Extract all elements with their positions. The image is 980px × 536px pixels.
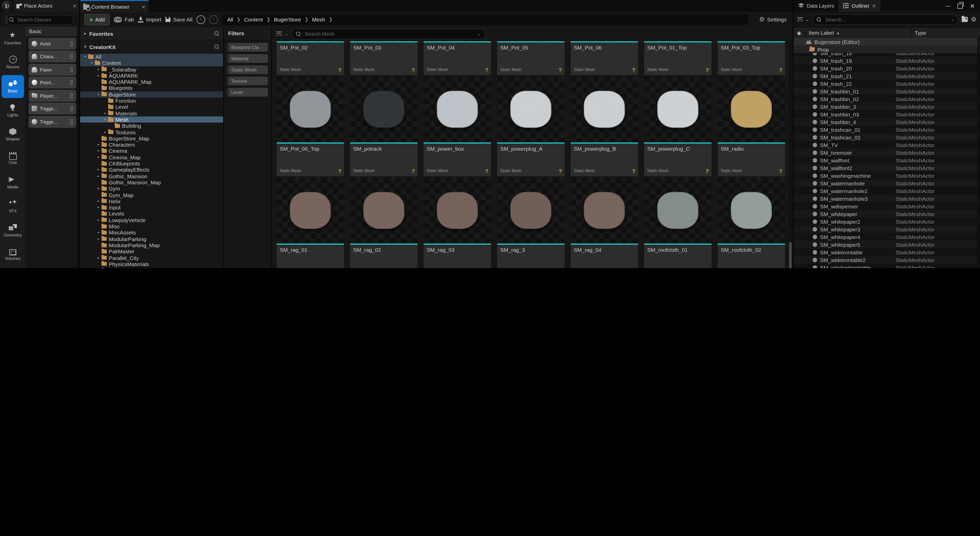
search-classes-box[interactable]	[5, 14, 73, 25]
folder-tree-item[interactable]: Materials	[80, 110, 223, 116]
close-icon[interactable]: ✕	[142, 4, 145, 10]
fab-button[interactable]: FAB Fab	[114, 16, 134, 22]
expander-arrow[interactable]	[96, 154, 101, 161]
restore-button[interactable]	[958, 3, 963, 8]
filter-pill[interactable]: Static Mesh	[227, 65, 268, 74]
asset-tile[interactable]: ★ SM_powerplug_A Static Mesh ?	[497, 76, 565, 174]
folder-tree-item[interactable]: Prison	[80, 267, 223, 268]
folder-tree-item[interactable]: Characters	[80, 142, 223, 148]
category-item[interactable]: Recent	[0, 51, 25, 75]
asset-tile[interactable]: ★ SM_Pot_06 Static Mesh ?	[571, 40, 638, 73]
data-layers-tab[interactable]: Data Layers	[794, 0, 839, 12]
close-icon[interactable]: ✕	[73, 3, 76, 8]
folder-tree-item[interactable]: Textures	[80, 129, 223, 136]
folder-tree-item[interactable]: MiscAssets	[80, 230, 223, 236]
expander-arrow[interactable]	[103, 116, 108, 123]
drag-handle-icon[interactable]	[70, 93, 73, 98]
folder-tree-item[interactable]: Misc	[80, 223, 223, 230]
expander-arrow[interactable]	[96, 204, 101, 211]
expander-arrow[interactable]	[103, 129, 108, 136]
outliner-row[interactable]: SM_trash_20 StaticMeshActor	[794, 64, 980, 72]
folder-tree-item[interactable]: GameplayEffects	[80, 167, 223, 173]
folder-tree-item[interactable]: Content	[80, 60, 223, 66]
back-button[interactable]: ‹	[197, 15, 205, 24]
close-window-button[interactable]: ✕	[970, 2, 975, 10]
placeable-actor-item[interactable]: Trigge...	[29, 116, 76, 128]
outliner-row[interactable]: SM_whitepaper3 StaticMeshActor	[794, 225, 980, 233]
type-column-header[interactable]: Type	[912, 30, 980, 36]
outliner-row[interactable]: SM_wideirontable2 StaticMeshActor	[794, 256, 980, 263]
place-actors-scrollbar[interactable]	[77, 27, 79, 268]
outliner-tab[interactable]: Outliner ✕	[839, 0, 880, 12]
category-item[interactable]: Basic	[2, 75, 24, 98]
placeable-actor-item[interactable]: Chara...	[29, 51, 76, 62]
asset-tile[interactable]: ★ SM_powerplug_C Static Mesh ?	[644, 76, 711, 174]
outliner-row[interactable]: SM_trashbin_03 StaticMeshActor	[794, 110, 980, 118]
outliner-row[interactable]: SM_whitepaper2 StaticMeshActor	[794, 218, 980, 225]
outliner-row[interactable]: SM_TV StaticMeshActor	[794, 141, 980, 148]
folder-tree-item[interactable]: PakMaster	[80, 248, 223, 255]
grid-scrollbar[interactable]	[789, 40, 792, 268]
category-item[interactable]: Media	[0, 171, 25, 195]
search-icon[interactable]	[215, 31, 219, 36]
folder-tree-item[interactable]: AQUAPARK_Map	[80, 79, 223, 85]
gear-icon[interactable]: ⚙	[971, 16, 977, 22]
expander-arrow[interactable]	[96, 185, 101, 192]
outliner-row[interactable]: SM_wallfont2 StaticMeshActor	[794, 164, 980, 172]
expander-arrow[interactable]	[96, 91, 101, 98]
expander-arrow[interactable]	[96, 230, 101, 236]
expander-arrow[interactable]	[96, 236, 101, 242]
expander-arrow[interactable]: ▸	[84, 31, 86, 36]
outliner-row[interactable]: SM_whitepaper4 StaticMeshActor	[794, 233, 980, 241]
outliner-row[interactable]: SM_watermanhole3 StaticMeshActor	[794, 195, 980, 202]
folder-tree-item[interactable]: Cinema	[80, 148, 223, 154]
filter-funnel-icon[interactable]	[797, 17, 803, 22]
close-icon[interactable]: ✕	[872, 3, 876, 8]
folder-tree-item[interactable]: Cinema_Map	[80, 154, 223, 161]
place-actors-tab[interactable]: Place Actors ✕	[14, 0, 79, 12]
drag-handle-icon[interactable]	[70, 41, 73, 46]
expander-arrow[interactable]	[89, 60, 94, 66]
filter-pill[interactable]: Texture	[227, 77, 268, 85]
folder-tree-item[interactable]: Parallel_City	[80, 255, 223, 261]
outliner-row[interactable]: SM_wallfont StaticMeshActor	[794, 156, 980, 164]
expander-arrow[interactable]	[96, 217, 101, 223]
asset-tile[interactable]: ★ SM_roofcloth_02 Static Mesh ?	[718, 177, 785, 268]
grid-scrollbar-thumb[interactable]	[789, 242, 792, 268]
asset-tile[interactable]: ★ SM_Pot_06_Top Static Mesh ?	[277, 76, 344, 174]
filter-funnel-icon[interactable]	[276, 32, 282, 36]
expander-arrow[interactable]	[96, 198, 101, 204]
folder-tree-item[interactable]: PhysicsMaterials	[80, 261, 223, 267]
filter-pill[interactable]: Level	[227, 88, 268, 97]
folder-tree-item[interactable]: Gothic_Mansion_Map	[80, 179, 223, 186]
outliner-row[interactable]: SM_wdispenser StaticMeshActor	[794, 202, 980, 210]
outliner-row[interactable]: SM_whitepaper5 StaticMeshActor	[794, 241, 980, 248]
drag-handle-icon[interactable]	[70, 54, 73, 59]
placeable-actor-item[interactable]: Actor	[29, 38, 76, 49]
outliner-world-row[interactable]: Bugerstore (Editor)	[794, 38, 980, 45]
expander-arrow[interactable]	[96, 148, 101, 154]
breadcrumb-item[interactable]: All ❯	[227, 16, 240, 22]
folder-tree-item[interactable]: CKBlueprints	[80, 160, 223, 167]
outliner-row[interactable]: SM_trashbin_01 StaticMeshActor	[794, 87, 980, 95]
category-item[interactable]: Shapes	[0, 123, 25, 147]
folder-tree-item[interactable]: Input	[80, 204, 223, 211]
category-item[interactable]: All	[0, 266, 25, 268]
chevron-down-icon[interactable]: ⌄	[477, 32, 480, 36]
expander-arrow[interactable]	[96, 167, 101, 173]
folder-tree-item[interactable]: Gym_Map	[80, 192, 223, 198]
category-item[interactable]: Favorites	[0, 27, 25, 51]
search-assets-box[interactable]: ⌄	[291, 28, 485, 39]
outliner-row[interactable]: SM_tvremote StaticMeshActor	[794, 148, 980, 156]
asset-tile[interactable]: ★ SM_rag_02 Static Mesh ?	[350, 177, 417, 268]
asset-tile[interactable]: ★ SM_Pot_03 Static Mesh ?	[350, 40, 417, 73]
drag-handle-icon[interactable]	[70, 119, 73, 124]
visibility-eye-icon[interactable]: ◉	[794, 30, 805, 35]
outliner-row[interactable]: SM_trash_19 StaticMeshActor	[794, 57, 980, 64]
asset-tile[interactable]: ★ SM_Pot_04 Static Mesh ?	[424, 40, 491, 73]
drag-handle-icon[interactable]	[70, 106, 73, 111]
asset-tile[interactable]: ★ SM_potrack Static Mesh ?	[350, 76, 417, 174]
folder-tree-item[interactable]: Levels	[80, 211, 223, 217]
folder-tree-item[interactable]: BugerStore	[80, 91, 223, 98]
asset-tile[interactable]: ★ SM_rag_03 Static Mesh ?	[424, 177, 491, 268]
